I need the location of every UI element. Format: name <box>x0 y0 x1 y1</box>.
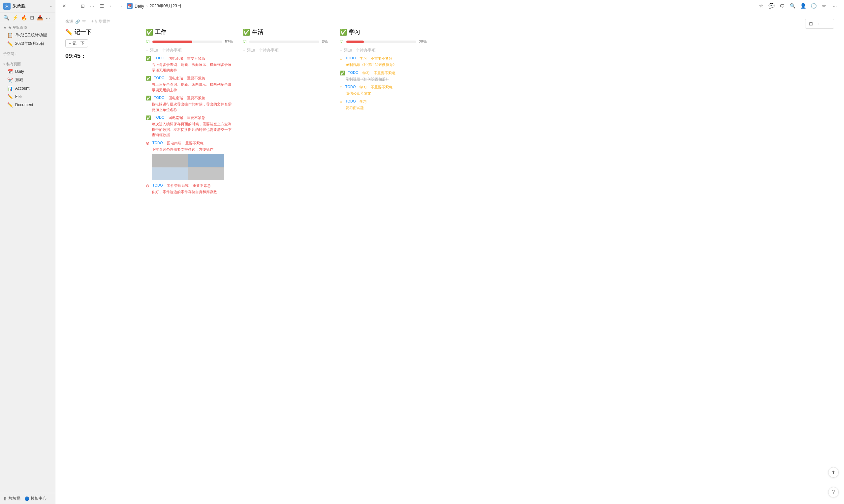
workspace-label[interactable]: 子空间 › <box>0 50 55 57</box>
private-section: ▾ 私有页面 📅 Daily ✂️ 剪藏 📊 Account ✏️ File ✏… <box>0 58 55 109</box>
sidebar-user[interactable]: 朱 朱承胜 <box>3 3 25 10</box>
table-row[interactable]: ○ TODO 学习 复习面试题 <box>340 99 429 111</box>
private-label[interactable]: ▾ 私有页面 <box>0 60 55 67</box>
comments-icon[interactable]: 💬 <box>768 2 775 10</box>
memo-column: ✏️ 记一下 + 记一下 09:45： <box>65 28 138 60</box>
table-row[interactable]: ⊙ TODO 零件管理系统 重要不紧急 你好，零件这边的零件存储自身和库存数 <box>146 183 235 195</box>
topbar-right: ☆ 💬 🗨 🔍 👤 🕐 ✏ ··· <box>757 2 839 10</box>
username-label: 朱承胜 <box>13 3 25 9</box>
priority-tag: 不重要不紧急 <box>369 84 394 90</box>
starred-label[interactable]: ★ ★ 星标置顶 <box>0 23 55 31</box>
minimize-icon[interactable]: − <box>70 2 77 10</box>
more-icon[interactable]: ··· <box>46 15 50 21</box>
priority-tag: 重要不紧急 <box>191 183 212 188</box>
source-label: 来源 <box>65 19 73 24</box>
sidebar-item-label: 2023年08月25日 <box>15 41 51 47</box>
chevron-private-icon: ▾ <box>3 62 5 66</box>
todo-tags: TODO 国电南瑞 重要不紧急 <box>153 95 207 101</box>
life-add-todo[interactable]: + 添加一个待办事项 <box>243 47 332 54</box>
priority-tag: 重要不紧急 <box>186 75 207 81</box>
help-button[interactable]: ? <box>828 487 839 498</box>
study-add-todo[interactable]: + 添加一个待办事项 <box>340 47 429 54</box>
back-icon[interactable]: ← <box>107 2 115 10</box>
prev-view-icon[interactable]: ← <box>816 20 823 28</box>
template-button[interactable]: 🔵 模板中心 <box>24 496 47 501</box>
work-column: ✅ 工作 ☑ 57% + 添加一个待办事项 ✅ <box>146 28 235 197</box>
sidebar-item-daily[interactable]: 📅 Daily <box>1 68 54 75</box>
org-tag: 国电南瑞 <box>167 115 184 121</box>
sidebar-item-document[interactable]: ✏️ Document <box>1 101 54 109</box>
sidebar-bottom: 🗑 垃圾桶 🔵 模板中心 <box>0 493 55 504</box>
add-todo-label: 添加一个待办事项 <box>247 48 279 53</box>
breadcrumb-app-label[interactable]: Daily <box>135 4 144 8</box>
memo-icon: ✏️ <box>65 29 73 36</box>
todo-desc: 复习面试题 <box>340 105 429 111</box>
inbox-icon[interactable]: 📥 <box>37 15 43 21</box>
sidebar-item-label: 剪藏 <box>15 77 51 83</box>
forward-icon[interactable]: → <box>117 2 124 10</box>
work-title-text: 工作 <box>155 28 166 36</box>
close-icon[interactable]: ✕ <box>61 2 68 10</box>
grid-icon[interactable]: ⊞ <box>30 15 34 21</box>
sidebar-item-account[interactable]: 📊 Account <box>1 84 54 92</box>
memo-add-button[interactable]: + 记一下 <box>65 39 88 48</box>
table-row[interactable]: ⊙ TODO 国电南瑞 重要不紧急 下拉查询条件需要支持多选，方便操作 <box>146 140 235 181</box>
life-checkbox-icon: ☑ <box>243 39 247 44</box>
grid-view-icon[interactable]: ⊞ <box>807 20 815 28</box>
screenshot-img <box>152 154 224 180</box>
starred-section: ★ ★ 星标置顶 📋 单机汇总统计功能 ✏️ 2023年08月25日 <box>0 23 55 48</box>
sidebar-item-single-machine[interactable]: 📋 单机汇总统计功能 <box>1 31 54 39</box>
add-prop-button[interactable]: + 新增属性 <box>91 19 110 24</box>
add-todo-label: 添加一个待办事项 <box>344 48 376 53</box>
work-progress-pct: 57% <box>225 39 235 44</box>
avatar: 朱 <box>3 3 11 10</box>
circle-orange-icon: ○ <box>340 85 342 90</box>
edit-icon[interactable]: ✏ <box>820 2 828 10</box>
sidebar-item-label: Document <box>15 103 51 107</box>
trash-button[interactable]: 🗑 垃圾桶 <box>3 496 20 501</box>
org-tag: 国电南瑞 <box>167 75 184 81</box>
work-progress-fill <box>152 40 192 43</box>
table-row[interactable]: ✅ TODO 国电南瑞 重要不紧急 每次进入编辑保存页面的时候，需要清空上方查询… <box>146 115 235 138</box>
lightning-icon[interactable]: ⚡ <box>12 15 18 21</box>
props-bar: 来源 🔗 空 + 新增属性 <box>65 19 834 24</box>
flame-icon[interactable]: 🔥 <box>21 15 28 21</box>
more-topbar-icon[interactable]: ··· <box>88 2 96 10</box>
history-icon[interactable]: 🕐 <box>810 2 817 10</box>
todo-tag: TODO <box>153 95 166 101</box>
more-right-icon[interactable]: ··· <box>831 2 839 10</box>
life-title-text: 生活 <box>252 28 263 36</box>
chat-icon[interactable]: 🗨 <box>778 2 786 10</box>
org-tag: 国电南瑞 <box>165 140 183 146</box>
table-row[interactable]: ✅ TODO 国电南瑞 重要不紧急 右上角多余查询、刷新、纵向展示、横向列多余展… <box>146 75 235 93</box>
chevron-down-icon[interactable]: ▾ <box>50 5 52 8</box>
expand-icon[interactable]: ⊡ <box>79 2 86 10</box>
work-add-todo[interactable]: + 添加一个待办事项 <box>146 47 235 54</box>
workspace-section: 子空间 › <box>0 50 55 57</box>
study-progress-pct: 25% <box>419 39 429 44</box>
search-icon[interactable]: 🔍 <box>3 15 10 21</box>
todo-tags: TODO 国电南瑞 重要不紧急 <box>153 75 207 81</box>
user-icon[interactable]: 👤 <box>799 2 807 10</box>
sidebar-item-jiancan[interactable]: ✂️ 剪藏 <box>1 76 54 84</box>
table-row[interactable]: ✅ TODO 学习 不重要不紧急 录制视频《如何设置相册》 <box>340 70 429 82</box>
table-row[interactable]: ○ TODO 学习 不重要不紧急 微信公众号发文 <box>340 84 429 96</box>
sidebar-item-date-0825[interactable]: ✏️ 2023年08月25日 <box>1 39 54 48</box>
sidebar-item-file[interactable]: ✏️ File <box>1 93 54 101</box>
todo-desc-strikethrough: 录制视频《如何设置相册》 <box>340 76 429 82</box>
table-row[interactable]: ✅ TODO 国电南瑞 重要不紧急 换电脑进行批次导出操作的时候，导出的文件名需… <box>146 95 235 112</box>
bookmark-icon[interactable]: ☆ <box>757 2 765 10</box>
next-view-icon[interactable]: → <box>825 20 832 28</box>
life-empty-placeholder: · <box>243 56 332 66</box>
sidebar-toggle-icon[interactable]: ☰ <box>98 2 106 10</box>
todo-tag: TODO <box>344 84 357 90</box>
table-row[interactable]: ○ TODO 学习 不重要不紧急 录制视频《如何用我来做待办》 <box>340 56 429 68</box>
table-row[interactable]: ✅ TODO 国电南瑞 重要不紧急 右上角多余查询、刷新、纵向展示、横向列多余展… <box>146 56 235 73</box>
todo-tag: TODO <box>344 99 357 105</box>
share-button[interactable]: ⬆ <box>828 467 839 478</box>
todo-desc: 微信公众号发文 <box>340 91 429 96</box>
circle-red-icon: ⊙ <box>146 141 150 146</box>
life-title: ✅ 生活 <box>243 28 332 36</box>
search-topbar-icon[interactable]: 🔍 <box>789 2 796 10</box>
todo-tags: TODO 学习 <box>344 99 368 105</box>
